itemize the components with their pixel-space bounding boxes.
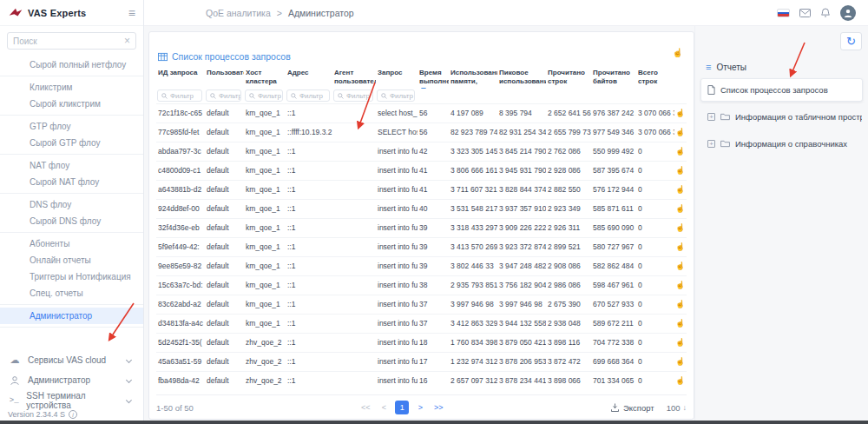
- page-button[interactable]: >: [413, 401, 427, 414]
- row-hand-icon[interactable]: ☝: [674, 276, 686, 295]
- row-hand-icon[interactable]: ☝: [674, 104, 686, 123]
- search-input[interactable]: [13, 36, 124, 46]
- clear-search-icon[interactable]: ×: [124, 36, 130, 46]
- column-header[interactable]: Пиковое использование: [497, 68, 546, 89]
- cell-total: 3 070 066 36: [636, 123, 674, 142]
- column-header[interactable]: Прочитано строк: [546, 68, 591, 89]
- table-row[interactable]: 924dd8ef-00defaultkm_qoe_1::1insert into…: [156, 199, 687, 218]
- filter-input[interactable]: Фильтр: [286, 89, 330, 102]
- row-hand-icon[interactable]: ☝: [674, 181, 686, 199]
- sidebar-item[interactable]: Спец. отчеты: [0, 285, 143, 301]
- mail-icon[interactable]: [799, 9, 811, 17]
- cell-addr: ::1: [286, 295, 332, 314]
- language-flag-icon[interactable]: [777, 9, 790, 17]
- table-row[interactable]: 5f9ef449-42:defaultkm_qoe_1::1insert int…: [156, 237, 687, 256]
- expand-plus-icon[interactable]: +: [707, 113, 715, 121]
- export-button[interactable]: Экспорт: [611, 403, 654, 413]
- row-hand-icon[interactable]: ☝: [674, 353, 686, 371]
- table-row[interactable]: 45a63a51-59defaultzhv_qoe_2::1insert int…: [156, 352, 687, 371]
- row-hand-icon[interactable]: ☝: [674, 123, 686, 142]
- menu-collapse-icon[interactable]: ≡: [128, 7, 135, 19]
- sidebar-item[interactable]: Сырой DNS флоу: [0, 213, 143, 229]
- table-row[interactable]: 83c62abd-a2defaultkm_qoe_1::1insert into…: [156, 295, 687, 314]
- report-item[interactable]: +Информация о справочниках: [700, 132, 863, 156]
- cell-peak: 3 879 050 421: [497, 334, 546, 352]
- column-header[interactable]: Хост кластера: [244, 68, 286, 89]
- filter-placeholder: Фильтр: [390, 92, 413, 100]
- table-row[interactable]: a643881b-d2defaultkm_qoe_1::1insert into…: [156, 180, 687, 199]
- row-hand-icon[interactable]: ☝: [674, 219, 686, 237]
- sidebar-item[interactable]: DNS флоу: [0, 196, 143, 213]
- table-row[interactable]: c4800d09-c1defaultkm_qoe_1::1insert into…: [156, 161, 687, 180]
- sidebar-section-user[interactable]: Администратор: [0, 370, 143, 390]
- sidebar-item[interactable]: Сырой NAT флоу: [0, 174, 143, 190]
- sidebar-section-cloud[interactable]: ☁Сервисы VAS cloud: [0, 350, 143, 370]
- page-button[interactable]: 1: [395, 401, 409, 414]
- filter-input[interactable]: Фильтр: [157, 89, 202, 102]
- row-hand-icon[interactable]: ☝: [674, 238, 686, 256]
- info-icon[interactable]: i: [69, 410, 77, 419]
- sidebar-item[interactable]: NAT флоу: [0, 157, 143, 174]
- table-row[interactable]: 15c63a7c-bd:defaultkm_qoe_1::1insert int…: [156, 275, 687, 295]
- column-header[interactable]: Запрос: [376, 68, 418, 89]
- expand-plus-icon[interactable]: +: [707, 140, 715, 148]
- sidebar-item[interactable]: GTP флоу: [0, 118, 143, 135]
- filter-input[interactable]: Фильтр: [206, 89, 241, 102]
- table-row[interactable]: 77c985fd-fetdefaultkm_qoe_1::ffff:10.19.…: [156, 123, 687, 142]
- pagination-controls: <<<1>>>: [194, 401, 611, 414]
- sidebar-item[interactable]: Кликстрим: [0, 79, 143, 96]
- sidebar-item[interactable]: Абоненты: [0, 235, 143, 252]
- sidebar-item[interactable]: Триггеры и Нотификация: [0, 268, 143, 285]
- table-row[interactable]: 32f4d36e-ebdefaultkm_qoe_1::1insert into…: [156, 218, 687, 237]
- report-item[interactable]: Список процессов запросов: [700, 78, 863, 102]
- row-hand-icon[interactable]: ☝: [674, 315, 686, 333]
- report-item[interactable]: +Информация о табличном пространстве: [700, 105, 863, 129]
- column-header[interactable]: Прочитано байтов: [591, 68, 636, 89]
- filter-input[interactable]: Фильтр: [245, 89, 283, 102]
- table-row[interactable]: 72c1f18c-c65defaultkm_qoe_1::1select hos…: [156, 103, 687, 123]
- sidebar-item[interactable]: Сырой полный нетфлоу: [0, 56, 143, 73]
- version-row: Version 2.34.4 S i: [8, 410, 77, 419]
- sidebar-item[interactable]: Администратор: [0, 308, 143, 324]
- row-hand-icon[interactable]: ☝: [674, 257, 686, 275]
- column-header[interactable]: Агент пользователя: [332, 68, 376, 89]
- column-header[interactable]: Использование памяти,: [449, 68, 497, 89]
- page-button[interactable]: <: [377, 401, 391, 414]
- column-header[interactable]: ИД запроса: [156, 68, 205, 89]
- page-button[interactable]: <<: [358, 401, 372, 414]
- sidebar-item[interactable]: Сырой GTP флоу: [0, 135, 143, 151]
- cell-id: 77c985fd-fet: [156, 123, 205, 142]
- bell-icon[interactable]: [820, 8, 831, 18]
- column-header[interactable]: Всего строк: [636, 68, 674, 89]
- page-size-caret-icon: ↓: [683, 403, 687, 412]
- table-row[interactable]: fba498da-42defaultzhv_qoe_2::1insert int…: [156, 371, 687, 390]
- breadcrumb-item[interactable]: QoE аналитика: [206, 8, 271, 18]
- drag-hand-icon[interactable]: ☝: [673, 48, 683, 57]
- table-row[interactable]: d34813fa-a4cdefaultkm_qoe_1::1insert int…: [156, 314, 687, 333]
- row-hand-icon[interactable]: ☝: [674, 142, 686, 161]
- logo-row: VAS Experts ≡: [0, 0, 143, 26]
- filter-input[interactable]: Фильтр: [333, 89, 373, 102]
- sidebar-section-terminal[interactable]: >_SSH терминал устройства: [0, 390, 143, 410]
- search-icon: [249, 93, 255, 99]
- row-hand-icon[interactable]: ☝: [674, 372, 686, 390]
- table-row[interactable]: abdaa797-3cdefaultkm_qoe_1::1insert into…: [156, 142, 687, 161]
- sort-caret-icon[interactable]: [421, 88, 426, 89]
- column-header[interactable]: Время выполнения,: [418, 68, 449, 89]
- sidebar-item[interactable]: Онлайн отчеты: [0, 252, 143, 268]
- sidebar-item[interactable]: Сырой кликстрим: [0, 96, 143, 112]
- table-row[interactable]: 9ee85e59-82defaultkm_qoe_1::1insert into…: [156, 256, 687, 275]
- page-button[interactable]: >>: [431, 401, 445, 414]
- column-header[interactable]: Пользователь: [205, 68, 244, 89]
- row-hand-icon[interactable]: ☝: [674, 200, 686, 218]
- page-size-select[interactable]: 100 ↓: [667, 403, 687, 413]
- cell-agent: [332, 219, 376, 237]
- user-avatar[interactable]: [840, 5, 856, 21]
- refresh-button[interactable]: ↻: [840, 32, 862, 50]
- column-header[interactable]: Адрес: [286, 68, 332, 89]
- table-row[interactable]: 5d2452f1-35(defaultzhv_qoe_2::1insert in…: [156, 333, 687, 352]
- row-hand-icon[interactable]: ☝: [674, 162, 686, 180]
- row-hand-icon[interactable]: ☝: [674, 334, 686, 352]
- filter-input[interactable]: Фильтр: [377, 89, 415, 102]
- row-hand-icon[interactable]: ☝: [674, 295, 686, 314]
